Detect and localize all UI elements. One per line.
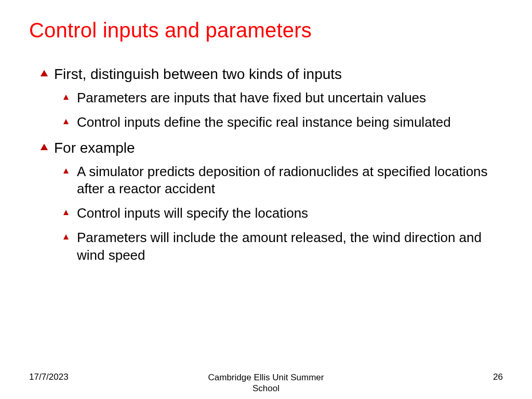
sub-list: A simulator predicts deposition of radio… bbox=[54, 163, 503, 264]
footer-page: 26 bbox=[493, 372, 503, 382]
footer-venue: Cambridge Ellis Unit SummerSchool bbox=[0, 372, 532, 394]
list-item: For example A simulator predicts deposit… bbox=[29, 139, 503, 264]
list-item: Parameters will include the amount relea… bbox=[54, 229, 503, 264]
list-item-text: First, distinguish between two kinds of … bbox=[54, 66, 342, 82]
list-item-text: For example bbox=[54, 140, 135, 156]
list-item: First, distinguish between two kinds of … bbox=[29, 65, 503, 131]
list-item-text: Parameters are inputs that have fixed bu… bbox=[77, 90, 426, 105]
slide: Control inputs and parameters First, dis… bbox=[0, 0, 532, 399]
bullet-list: First, distinguish between two kinds of … bbox=[29, 65, 503, 264]
list-item: Control inputs define the specific real … bbox=[54, 114, 503, 131]
slide-footer: 17/7/2023 Cambridge Ellis Unit SummerSch… bbox=[0, 369, 532, 394]
list-item: A simulator predicts deposition of radio… bbox=[54, 163, 503, 198]
list-item-text: A simulator predicts deposition of radio… bbox=[77, 164, 488, 196]
sub-list: Parameters are inputs that have fixed bu… bbox=[54, 89, 503, 131]
list-item-text: Control inputs define the specific real … bbox=[77, 114, 451, 130]
list-item-text: Control inputs will specify the location… bbox=[77, 205, 308, 221]
list-item: Control inputs will specify the location… bbox=[54, 205, 503, 222]
footer-venue-text: Cambridge Ellis Unit SummerSchool bbox=[208, 373, 324, 393]
list-item-text: Parameters will include the amount relea… bbox=[77, 230, 482, 262]
slide-title: Control inputs and parameters bbox=[29, 19, 503, 42]
list-item: Parameters are inputs that have fixed bu… bbox=[54, 89, 503, 107]
